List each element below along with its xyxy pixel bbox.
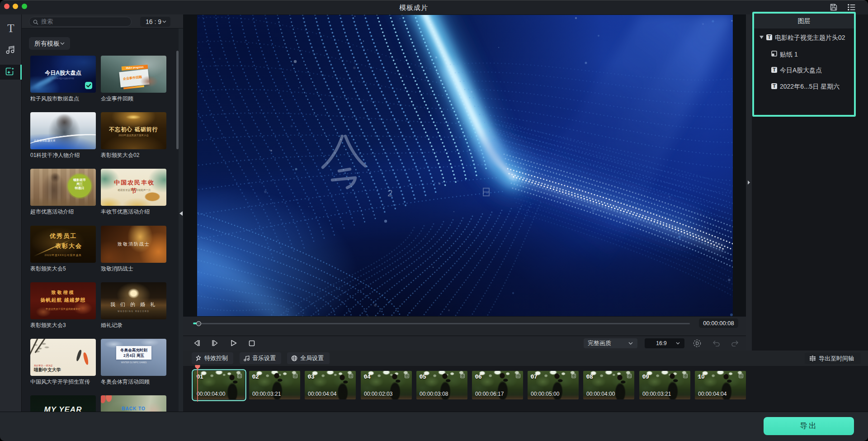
svg-text:2: 2 [387, 188, 393, 198]
